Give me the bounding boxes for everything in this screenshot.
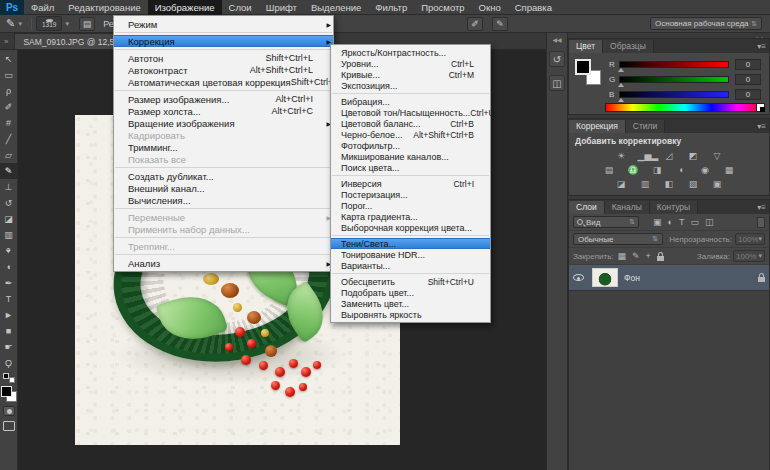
layer-filter-dropdown[interactable]: Вид ⇅ <box>573 216 639 228</box>
filter-toggle[interactable] <box>757 217 765 228</box>
menu-item[interactable]: Яркость/Контрастность... <box>331 47 490 58</box>
clone-stamp-tool-icon[interactable]: ⊥ <box>0 179 18 195</box>
lock-all-icon[interactable] <box>657 256 664 261</box>
foreground-color-swatch[interactable] <box>1 386 12 397</box>
menu-item[interactable]: Вычисления... <box>114 194 333 206</box>
panel-menu-icon[interactable]: ▾≡ <box>757 42 766 51</box>
layer-list-empty-area[interactable] <box>569 291 769 470</box>
menu-item[interactable]: Тримминг... <box>114 141 333 153</box>
menu-item[interactable]: Переменные▶ <box>114 211 333 223</box>
channel-value-input[interactable]: 0 <box>735 89 761 100</box>
tab-overflow-icon[interactable]: » <box>0 37 14 49</box>
menu-item[interactable]: Уровни...Ctrl+L <box>331 58 490 69</box>
panel-menu-icon[interactable]: ▾≡ <box>757 122 766 131</box>
history-panel-icon[interactable]: ↺ <box>549 51 565 67</box>
menu-item[interactable]: ИнверсияCtrl+I <box>331 178 490 189</box>
menu-item[interactable]: Цветовой тон/Насыщенность...Ctrl+U <box>331 107 490 118</box>
invert-icon[interactable]: ◪ <box>614 178 629 190</box>
color-spectrum-ramp[interactable] <box>605 103 765 112</box>
properties-panel-icon[interactable]: ◫ <box>549 75 565 91</box>
gradient-map-icon[interactable]: ▨ <box>686 178 701 190</box>
menubar-item[interactable]: Изображение <box>148 0 222 15</box>
filter-shape-layers-icon[interactable]: ▭ <box>690 217 699 227</box>
menu-item[interactable]: Размер холста...Alt+Ctrl+C <box>114 105 333 117</box>
filter-smart-objects-icon[interactable]: ◫ <box>705 217 714 227</box>
menu-item[interactable]: Кривые...Ctrl+M <box>331 69 490 80</box>
tab-styles[interactable]: Стили <box>626 120 666 133</box>
filter-type-layers-icon[interactable]: T <box>679 217 685 227</box>
vibrance-icon[interactable]: ▽ <box>710 150 725 162</box>
menubar-item[interactable]: Файл <box>24 0 61 15</box>
filter-adjustment-layers-icon[interactable]: ◐ <box>668 217 673 227</box>
layer-row[interactable]: Фон <box>569 265 769 291</box>
layer-thumbnail[interactable] <box>592 268 618 287</box>
levels-icon[interactable]: ▁▅▂ <box>638 150 653 162</box>
menubar-item[interactable]: Просмотр <box>414 0 471 15</box>
crop-tool-icon[interactable]: # <box>0 115 18 131</box>
opacity-input[interactable]: 100% ▾ <box>735 233 765 245</box>
menu-item[interactable]: Варианты... <box>331 260 490 271</box>
menu-item[interactable]: Порог... <box>331 200 490 211</box>
hand-tool-icon[interactable]: ☛ <box>0 339 18 355</box>
menu-item[interactable]: Черно-белое...Alt+Shift+Ctrl+B <box>331 129 490 140</box>
white-black-picker[interactable] <box>756 103 765 112</box>
menu-item[interactable]: Треппинг... <box>114 240 333 252</box>
tab-swatches[interactable]: Образцы <box>603 40 654 53</box>
menu-item[interactable]: АвтотонShift+Ctrl+L <box>114 52 333 64</box>
eraser-tool-icon[interactable]: ◪ <box>0 211 18 227</box>
menu-item[interactable]: Экспозиция... <box>331 80 490 91</box>
move-tool-icon[interactable]: ↖ <box>0 51 18 67</box>
brush-picker-arrow-icon[interactable]: ▼ <box>64 21 70 27</box>
default-colors-icon[interactable] <box>3 373 15 383</box>
channel-mixer-icon[interactable]: ◉ <box>698 164 713 176</box>
color-lookup-icon[interactable]: ▦ <box>722 164 737 176</box>
threshold-icon[interactable]: ◧ <box>662 178 677 190</box>
menu-item[interactable]: АвтоконтрастAlt+Shift+Ctrl+L <box>114 64 333 76</box>
brush-preset-picker[interactable]: 1319 <box>36 16 62 31</box>
collapse-dock-icon[interactable]: ◀◀ <box>547 33 567 43</box>
quick-mask-icon[interactable] <box>3 406 15 416</box>
menu-item[interactable]: Применить набор данных... <box>114 223 333 235</box>
menubar-item[interactable]: Шрифт <box>259 0 304 15</box>
menu-item[interactable]: Цветовой баланс...Ctrl+B <box>331 118 490 129</box>
gradient-tool-icon[interactable]: ▥ <box>0 227 18 243</box>
lock-position-icon[interactable]: + <box>646 251 651 261</box>
brush-tool-options-icon[interactable]: ✎ <box>6 17 15 30</box>
menu-item[interactable]: Коррекция▶ <box>114 35 333 47</box>
dodge-tool-icon[interactable]: ◖ <box>0 259 18 275</box>
curves-icon[interactable]: ◿ <box>662 150 677 162</box>
history-brush-tool-icon[interactable]: ↺ <box>0 195 18 211</box>
photo-filter-icon[interactable]: ◖ <box>674 164 689 176</box>
shape-tool-icon[interactable]: ■ <box>0 323 18 339</box>
menu-item[interactable]: Подобрать цвет... <box>331 287 490 298</box>
workspace-switcher[interactable]: Основная рабочая среда ⇅ <box>650 17 762 30</box>
menu-item[interactable]: Создать дубликат... <box>114 170 333 182</box>
menubar-item[interactable]: Слои <box>222 0 259 15</box>
screen-mode-icon[interactable] <box>3 421 15 431</box>
menu-item[interactable]: Тонирование HDR... <box>331 249 490 260</box>
menu-item[interactable]: Вибрация... <box>331 96 490 107</box>
menu-item[interactable]: Карта градиента... <box>331 211 490 222</box>
lasso-tool-icon[interactable]: ρ <box>0 83 18 99</box>
panel-menu-icon[interactable]: ▾≡ <box>757 203 766 212</box>
exposure-icon[interactable]: ◩ <box>686 150 701 162</box>
blend-mode-dropdown[interactable]: Обычные ⇅ <box>573 233 663 245</box>
fill-input[interactable]: 100% ▾ <box>733 250 765 262</box>
menu-item[interactable]: Микширование каналов... <box>331 151 490 162</box>
channel-value-input[interactable]: 0 <box>735 59 761 70</box>
color-balance-icon[interactable]: ♎ <box>626 164 641 176</box>
menu-item[interactable]: Постеризация... <box>331 189 490 200</box>
menu-item[interactable]: Размер изображения...Alt+Ctrl+I <box>114 93 333 105</box>
menu-item[interactable]: Кадрировать <box>114 129 333 141</box>
menu-item[interactable]: Заменить цвет... <box>331 298 490 309</box>
color-panel-swatches[interactable] <box>575 59 601 85</box>
layer-visibility-eye-icon[interactable] <box>573 274 584 281</box>
tab-layers[interactable]: Слои <box>569 201 605 214</box>
toggle-brush-panel-icon[interactable]: ▤ <box>79 17 95 31</box>
menu-item[interactable]: Режим▶ <box>114 18 333 30</box>
lock-pixels-icon[interactable]: ✎ <box>632 251 640 261</box>
hue-saturation-icon[interactable]: ▤ <box>602 164 617 176</box>
selective-color-icon[interactable]: ▣ <box>710 178 725 190</box>
menu-item[interactable]: Внешний канал... <box>114 182 333 194</box>
foreground-background-swatches[interactable] <box>1 386 17 402</box>
